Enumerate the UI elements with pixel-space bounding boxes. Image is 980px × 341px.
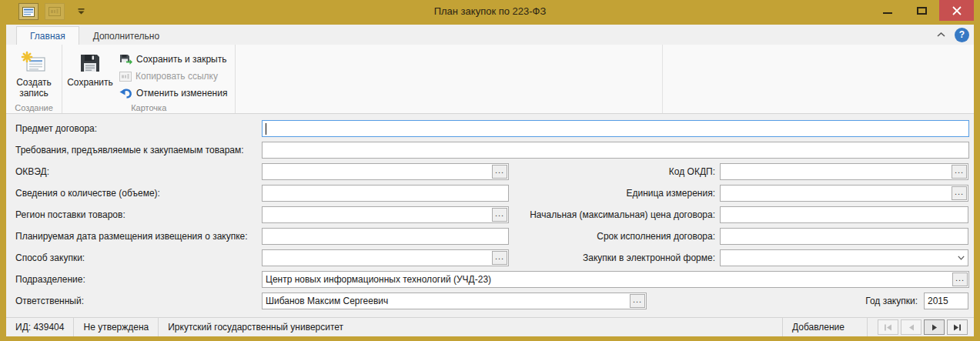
save-label: Сохранить (67, 77, 113, 88)
responsible-lookup-button[interactable]: ... (630, 294, 645, 308)
quantity-field[interactable] (262, 185, 509, 202)
contract-term-input[interactable] (721, 229, 968, 244)
okved-input[interactable] (263, 164, 492, 179)
undo-changes-button[interactable]: Отменить изменения (115, 85, 232, 102)
undo-changes-label: Отменить изменения (136, 88, 227, 99)
unit-field[interactable]: ... (720, 185, 968, 202)
statusbar: ИД: 439404 Не утверждена Иркутский госуд… (6, 317, 974, 336)
responsible-input[interactable] (263, 293, 630, 309)
minimize-icon (883, 12, 892, 14)
record-id: ИД: 439404 (6, 318, 74, 336)
okdp-field[interactable]: ... (720, 163, 968, 180)
department-field[interactable]: ... (262, 271, 969, 288)
quick-access-toolbar (18, 3, 91, 20)
save-icon (79, 49, 102, 77)
create-record-label: Создать запись (9, 77, 59, 99)
create-record-button[interactable]: Создать запись (9, 48, 59, 99)
maximize-icon (917, 7, 927, 15)
ribbon: Создать запись Создание (6, 45, 974, 114)
last-record-button[interactable] (947, 319, 968, 335)
organization-name: Иркутский государственный университет (159, 318, 353, 336)
year-field[interactable] (924, 293, 968, 309)
copy-link-label: Копировать ссылку (135, 71, 218, 82)
method-field[interactable]: ... (262, 249, 509, 266)
okved-lookup-button[interactable]: ... (492, 165, 507, 179)
collapse-ribbon-button[interactable] (935, 28, 947, 41)
electronic-field[interactable] (720, 249, 968, 266)
notice-date-field[interactable] (262, 228, 509, 245)
first-record-icon (884, 324, 892, 331)
responsible-label: Ответственный: (15, 293, 84, 309)
tabstrip-right: ? (935, 25, 969, 45)
quantity-label: Сведения о количестве (объеме): (15, 185, 160, 202)
okdp-input[interactable] (721, 164, 952, 179)
year-input[interactable] (925, 293, 968, 309)
method-input[interactable] (263, 250, 492, 266)
okdp-lookup-button[interactable]: ... (952, 165, 967, 179)
minimize-button[interactable] (870, 0, 905, 21)
copy-link-button: Копировать ссылку (115, 68, 232, 85)
previous-record-icon (908, 324, 915, 331)
create-record-icon (21, 49, 47, 77)
record-navigation (867, 318, 974, 336)
department-lookup-button[interactable]: ... (952, 272, 968, 286)
close-button[interactable] (939, 0, 974, 21)
undo-icon (119, 88, 132, 99)
previous-record-button (901, 319, 921, 335)
region-input[interactable] (263, 207, 492, 222)
requirements-input[interactable] (263, 142, 968, 158)
electronic-input[interactable] (721, 250, 954, 266)
ribbon-tabstrip: Главная Дополнительно ? (6, 25, 974, 45)
copy-link-icon (119, 72, 132, 82)
quantity-input[interactable] (263, 186, 508, 201)
next-record-button[interactable] (924, 319, 945, 335)
unit-input[interactable] (721, 186, 952, 201)
method-label: Способ закупки: (15, 249, 85, 266)
requirements-field[interactable] (262, 142, 969, 159)
notice-date-input[interactable] (263, 229, 508, 244)
department-input[interactable] (263, 272, 952, 287)
region-field[interactable]: ... (262, 206, 509, 223)
unit-lookup-button[interactable]: ... (952, 186, 967, 200)
status-badge: Не утверждена (74, 318, 159, 336)
next-record-icon (932, 324, 938, 331)
last-record-icon (953, 324, 962, 331)
max-price-field[interactable] (720, 206, 968, 223)
rename-icon (45, 3, 65, 20)
electronic-dropdown-button[interactable] (954, 256, 968, 260)
max-price-input[interactable] (721, 207, 968, 222)
subject-label: Предмет договора: (15, 120, 97, 137)
window-body: Главная Дополнительно ? (6, 25, 974, 336)
contract-term-field[interactable] (720, 228, 968, 245)
responsible-field[interactable]: ... (262, 293, 647, 309)
method-lookup-button[interactable]: ... (492, 251, 507, 265)
okdp-label: Код ОКДП: (669, 163, 715, 180)
form-area: Предмет договора: Требования, предъявляе… (6, 114, 974, 317)
contract-term-label: Срок исполнения договора: (597, 228, 715, 245)
okved-label: ОКВЭД: (15, 163, 49, 180)
electronic-label: Закупки в электронной форме: (583, 249, 715, 266)
form-view-icon[interactable] (18, 3, 38, 20)
save-and-close-icon (119, 53, 132, 65)
help-icon: ? (959, 29, 965, 40)
maximize-button[interactable] (905, 0, 939, 21)
ribbon-group-create: Создать запись Создание (6, 45, 62, 113)
okved-field[interactable]: ... (262, 163, 509, 180)
tab-additional[interactable]: Дополнительно (79, 26, 173, 45)
subject-field[interactable] (262, 120, 969, 137)
save-button[interactable]: Сохранить (65, 48, 115, 88)
save-and-close-label: Сохранить и закрыть (136, 54, 226, 65)
tab-home[interactable]: Главная (16, 26, 79, 45)
window-controls (870, 0, 974, 21)
department-label: Подразделение: (15, 271, 85, 288)
subject-input[interactable] (263, 121, 968, 136)
customize-toolbar-dropdown-icon[interactable] (71, 3, 91, 20)
help-button[interactable]: ? (955, 28, 969, 42)
chevron-up-icon (937, 32, 945, 37)
notice-date-label: Планируемая дата размещения извещения о … (15, 228, 248, 245)
region-lookup-button[interactable]: ... (492, 208, 507, 222)
mode-indicator: Добавление (782, 318, 867, 336)
save-and-close-button[interactable]: Сохранить и закрыть (115, 51, 232, 68)
close-icon (952, 6, 962, 15)
window-title: План закупок по 223-ФЗ (154, 5, 826, 17)
